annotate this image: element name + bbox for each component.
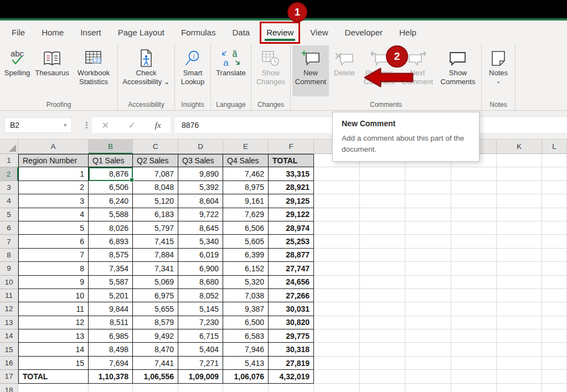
cell-l11[interactable]	[542, 289, 567, 302]
cell-d4[interactable]: 8,604	[178, 194, 223, 208]
cell-c13[interactable]: 8,579	[133, 316, 178, 329]
cell-c8[interactable]: 7,884	[133, 249, 178, 262]
cell-k2[interactable]	[497, 167, 542, 180]
row-header-6[interactable]: 6	[0, 221, 18, 235]
cell-h10[interactable]	[360, 276, 405, 289]
cell-l13[interactable]	[542, 316, 567, 329]
cell-i18[interactable]	[405, 384, 451, 392]
cell-c12[interactable]: 5,655	[133, 302, 178, 316]
enter-icon[interactable]: ✓	[128, 120, 136, 131]
cell-i4[interactable]	[405, 194, 451, 208]
cell-g11[interactable]	[314, 289, 360, 302]
cell-f17[interactable]: 4,32,019	[269, 370, 314, 383]
cell-j9[interactable]	[451, 262, 497, 275]
cell-c11[interactable]: 6,975	[133, 289, 178, 302]
cell-g18[interactable]	[314, 384, 360, 392]
row-header-15[interactable]: 15	[0, 343, 18, 356]
cell-h12[interactable]	[360, 302, 405, 316]
column-header-a[interactable]: A	[18, 140, 89, 154]
tab-developer[interactable]: Developer	[337, 20, 391, 44]
cell-l3[interactable]	[542, 181, 567, 194]
cell-d7[interactable]: 5,340	[178, 235, 223, 248]
cell-k8[interactable]	[497, 249, 542, 262]
cell-c2[interactable]: 7,087	[133, 167, 178, 180]
cell-i7[interactable]	[405, 235, 451, 248]
cell-b15[interactable]: 8,498	[89, 343, 133, 356]
cell-a15[interactable]: 14	[18, 343, 89, 356]
cancel-icon[interactable]: ✕	[101, 120, 109, 131]
cell-h15[interactable]	[360, 343, 405, 356]
cell-d17[interactable]: 1,09,009	[178, 370, 223, 383]
cell-k3[interactable]	[497, 181, 542, 194]
select-all-corner[interactable]	[0, 140, 18, 154]
cell-a18[interactable]	[18, 384, 89, 392]
cell-i10[interactable]	[405, 276, 451, 289]
cell-b14[interactable]: 6,985	[89, 329, 133, 343]
cell-f4[interactable]: 29,125	[269, 194, 314, 208]
cell-j4[interactable]	[451, 194, 497, 208]
cell-l10[interactable]	[542, 276, 567, 289]
cell-k17[interactable]	[497, 370, 542, 383]
cell-c14[interactable]: 9,492	[133, 329, 178, 343]
cell-d10[interactable]: 8,680	[178, 276, 223, 289]
cell-h14[interactable]	[360, 329, 405, 343]
cell-a5[interactable]: 4	[18, 208, 89, 221]
cell-e14[interactable]: 6,583	[223, 329, 269, 343]
cell-e18[interactable]	[223, 384, 269, 392]
translate-button[interactable]: ãaTranslate	[213, 45, 249, 96]
row-header-17[interactable]: 17	[0, 370, 18, 383]
cell-a10[interactable]: 9	[18, 276, 89, 289]
cell-d9[interactable]: 6,900	[178, 262, 223, 275]
cell-i14[interactable]	[405, 329, 451, 343]
name-box[interactable]: B2 ▾	[4, 117, 72, 133]
cell-b3[interactable]: 6,506	[89, 181, 133, 194]
cell-d1[interactable]: Q3 Sales	[178, 154, 223, 167]
cell-k9[interactable]	[497, 262, 542, 275]
cell-i6[interactable]	[405, 221, 451, 235]
cell-l14[interactable]	[542, 329, 567, 343]
cell-j3[interactable]	[451, 181, 497, 194]
tab-file[interactable]: File	[3, 20, 33, 44]
cell-f2[interactable]: 33,315	[269, 167, 314, 180]
cell-k10[interactable]	[497, 276, 542, 289]
cell-l5[interactable]	[542, 208, 567, 221]
row-header-16[interactable]: 16	[0, 357, 18, 370]
cell-l6[interactable]	[542, 221, 567, 235]
cell-i15[interactable]	[405, 343, 451, 356]
cell-e17[interactable]: 1,06,076	[223, 370, 269, 383]
cell-j13[interactable]	[451, 316, 497, 329]
cell-b8[interactable]: 8,575	[89, 249, 133, 262]
cell-c16[interactable]: 7,441	[133, 357, 178, 370]
smart-lookup-button[interactable]: iSmart Lookup	[177, 45, 209, 96]
cell-l9[interactable]	[542, 262, 567, 275]
column-header-e[interactable]: E	[223, 140, 269, 154]
row-header-8[interactable]: 8	[0, 249, 18, 262]
row-header-7[interactable]: 7	[0, 235, 18, 248]
cell-k12[interactable]	[497, 302, 542, 316]
cell-f16[interactable]: 27,819	[269, 357, 314, 370]
cell-e1[interactable]: Q4 Sales	[223, 154, 269, 167]
cell-g15[interactable]	[314, 343, 360, 356]
name-box-dropdown-icon[interactable]: ▾	[64, 122, 66, 128]
cell-a2[interactable]: 1	[18, 167, 89, 180]
column-header-b[interactable]: B	[89, 140, 133, 154]
cell-k1[interactable]	[497, 154, 542, 167]
cell-e3[interactable]: 8,975	[223, 181, 269, 194]
column-header-c[interactable]: C	[133, 140, 178, 154]
cell-i11[interactable]	[405, 289, 451, 302]
cell-e9[interactable]: 6,152	[223, 262, 269, 275]
cell-e12[interactable]: 9,387	[223, 302, 269, 316]
cell-h11[interactable]	[360, 289, 405, 302]
cell-c3[interactable]: 8,048	[133, 181, 178, 194]
cell-l17[interactable]	[542, 370, 567, 383]
cell-f9[interactable]: 27,747	[269, 262, 314, 275]
cell-b2[interactable]: 8,876	[89, 167, 133, 180]
cell-a1[interactable]: Region Number	[18, 154, 89, 167]
cell-j17[interactable]	[451, 370, 497, 383]
cell-f13[interactable]: 30,820	[269, 316, 314, 329]
cell-a14[interactable]: 13	[18, 329, 89, 343]
cell-l16[interactable]	[542, 357, 567, 370]
cell-g6[interactable]	[314, 221, 360, 235]
cell-d3[interactable]: 5,392	[178, 181, 223, 194]
tab-view[interactable]: View	[302, 20, 336, 44]
